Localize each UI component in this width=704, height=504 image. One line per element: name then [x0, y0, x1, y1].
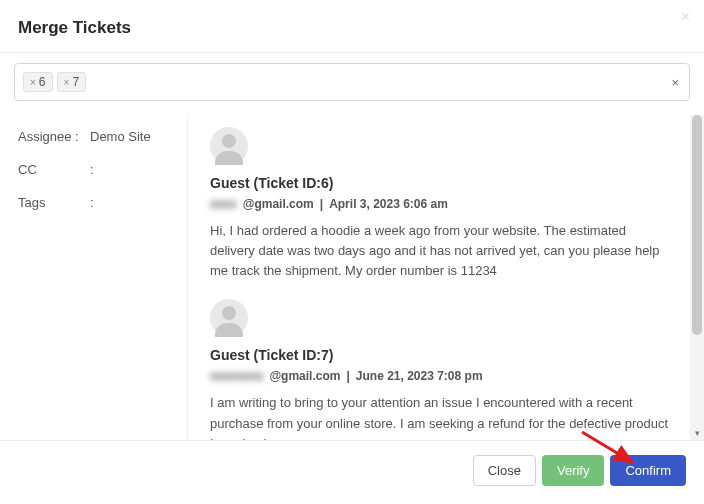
ticket-email-masked: xxxxxxxx [210, 369, 263, 383]
modal-body: Assignee : Demo Site CC : Tags : Guest (… [0, 115, 704, 440]
token-label: 6 [39, 75, 46, 89]
ticket-email-masked: xxxx [210, 197, 237, 211]
assignee-row: Assignee : Demo Site [18, 129, 175, 144]
ticket-date: June 21, 2023 7:08 pm [356, 369, 483, 383]
scrollbar-thumb[interactable] [692, 115, 702, 335]
verify-button[interactable]: Verify [542, 455, 605, 486]
close-button[interactable]: Close [473, 455, 536, 486]
remove-token-icon[interactable]: × [30, 77, 36, 88]
ticket-meta-sidebar: Assignee : Demo Site CC : Tags : [0, 115, 188, 440]
tags-sep: : [90, 195, 94, 210]
token-label: 7 [72, 75, 79, 89]
scrollbar-track[interactable]: ▾ [690, 115, 704, 440]
remove-token-icon[interactable]: × [64, 77, 70, 88]
cc-label: CC [18, 162, 80, 177]
clear-all-icon[interactable]: × [671, 75, 679, 90]
ticket-author-line: Guest (Ticket ID:6) [210, 175, 674, 191]
ticket-author: Guest [210, 347, 250, 363]
scrollbar-down-icon[interactable]: ▾ [690, 428, 704, 438]
ticket-meta: xxxxxxxx@gmail.com | June 21, 2023 7:08 … [210, 369, 674, 383]
ticket-email-suffix: @gmail.com [243, 197, 314, 211]
ticket-entry: Guest (Ticket ID:6) xxxx@gmail.com | Apr… [210, 127, 674, 281]
meta-sep: | [320, 197, 323, 211]
assignee-value: Demo Site [90, 129, 151, 144]
ticket-date: April 3, 2023 6:06 am [329, 197, 448, 211]
ticket-selector-input[interactable]: ×6 ×7 × [14, 63, 690, 101]
avatar-icon [210, 299, 248, 337]
ticket-meta: xxxx@gmail.com | April 3, 2023 6:06 am [210, 197, 674, 211]
ticket-email-suffix: @gmail.com [269, 369, 340, 383]
tags-row: Tags : [18, 195, 175, 210]
modal-title: Merge Tickets [18, 18, 684, 38]
ticket-selector-wrap: ×6 ×7 × [0, 53, 704, 115]
modal-header: Merge Tickets × [0, 0, 704, 52]
avatar-icon [210, 127, 248, 165]
ticket-body: I am writing to bring to your attention … [210, 393, 674, 440]
ticket-body: Hi, I had ordered a hoodie a week ago fr… [210, 221, 674, 281]
ticket-token[interactable]: ×6 [23, 72, 53, 92]
cc-sep: : [90, 162, 94, 177]
ticket-thread: Guest (Ticket ID:6) xxxx@gmail.com | Apr… [188, 115, 690, 440]
meta-sep: | [346, 369, 349, 383]
content-wrap: Guest (Ticket ID:6) xxxx@gmail.com | Apr… [188, 115, 704, 440]
ticket-author-line: Guest (Ticket ID:7) [210, 347, 674, 363]
merge-tickets-modal: Merge Tickets × ×6 ×7 × Assignee : Demo … [0, 0, 704, 504]
ticket-entry: Guest (Ticket ID:7) xxxxxxxx@gmail.com |… [210, 299, 674, 440]
ticket-id-label: (Ticket ID:7) [254, 347, 334, 363]
modal-footer: Close Verify Confirm [0, 440, 704, 504]
close-icon[interactable]: × [681, 8, 690, 26]
assignee-label: Assignee : [18, 129, 80, 144]
ticket-id-label: (Ticket ID:6) [254, 175, 334, 191]
ticket-token[interactable]: ×7 [57, 72, 87, 92]
confirm-button[interactable]: Confirm [610, 455, 686, 486]
ticket-author: Guest [210, 175, 250, 191]
tags-label: Tags [18, 195, 80, 210]
cc-row: CC : [18, 162, 175, 177]
